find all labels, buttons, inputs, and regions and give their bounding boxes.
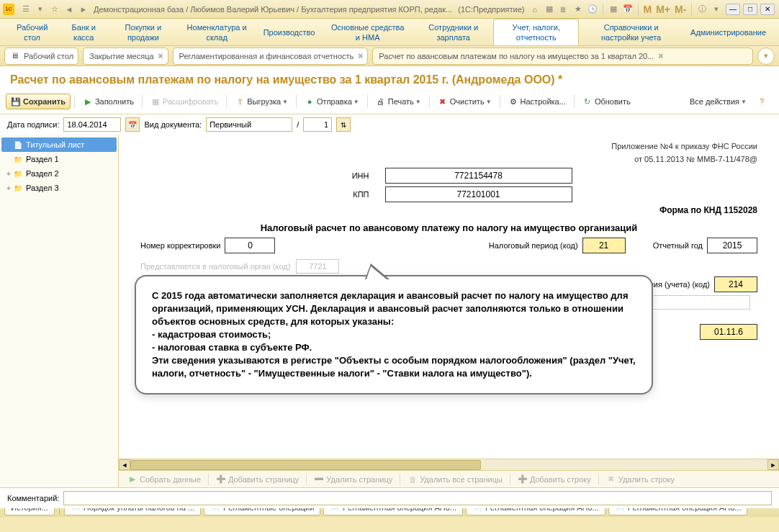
inn-field[interactable]: 7721154478 — [385, 168, 572, 184]
del-all-pages-button: 🗑Удалить все страницы — [403, 474, 507, 484]
scroll-right-icon[interactable]: ► — [767, 459, 779, 470]
tab-close-icon[interactable]: × — [158, 51, 163, 61]
page-toolbar: ▶Собрать данные ➕Добавить страницу ➖Удал… — [119, 470, 779, 487]
page-stepper[interactable]: ⇅ — [336, 117, 351, 132]
scroll-left-icon[interactable]: ◄ — [119, 459, 130, 470]
year-field[interactable]: 2015 — [707, 238, 757, 253]
save-button[interactable]: 💾Сохранить — [6, 94, 71, 109]
corr-field[interactable]: 0 — [225, 238, 275, 253]
home-icon[interactable]: ⌂ — [528, 3, 541, 16]
add-row-icon: ➕ — [518, 474, 528, 484]
doc-icon[interactable]: 🗎 — [557, 3, 570, 16]
period-label: Налоговый период (код) — [489, 241, 578, 250]
decrypt-button: ▦Расшифровать — [146, 94, 222, 109]
send-button[interactable]: ●Отправка▼ — [300, 94, 364, 109]
tree-section-3[interactable]: +📁Раздел 3 — [1, 181, 117, 195]
nav-fwd-icon[interactable]: ► — [77, 3, 90, 16]
tab-desktop[interactable]: 🖥 Рабочий стол — [4, 48, 78, 65]
list-icon[interactable]: ▦ — [543, 3, 556, 16]
kpp-label: КПП — [326, 190, 369, 199]
document-area: Расчет по авансовым платежам по налогу н… — [0, 66, 779, 497]
info-callout: С 2015 года автоматически заполняется де… — [135, 275, 653, 395]
clear-button[interactable]: ✖Очистить▼ — [433, 94, 496, 109]
settings-button[interactable]: ⚙Настройка... — [504, 94, 570, 109]
appendix-line1: Приложение №4 к приказу ФНС России — [126, 139, 772, 152]
menu-admin[interactable]: Администрирование — [683, 19, 773, 45]
okved-field[interactable]: 01.11.6 — [700, 324, 757, 340]
slash-separator: / — [297, 120, 299, 129]
tree-section-1[interactable]: 📁Раздел 1 — [1, 152, 117, 166]
help-button[interactable]: ? — [752, 94, 773, 109]
main-menu: Рабочий стол Банк и касса Покупки и прод… — [0, 19, 779, 46]
comment-input[interactable] — [63, 491, 772, 505]
folder-icon: 📁 — [13, 154, 23, 164]
appendix-line2: от 05.11.2013 № ММВ-7-11/478@ — [126, 152, 772, 165]
tab-label: Рабочий стол — [24, 52, 73, 60]
kpp-field[interactable]: 772101001 — [385, 186, 572, 202]
tab-advance-calc[interactable]: Расчет по авансовым платежам по налогу н… — [372, 48, 753, 65]
star-open-icon[interactable]: ☆ — [48, 3, 61, 16]
tab-label: Расчет по авансовым платежам по налогу н… — [379, 52, 654, 60]
mem-m[interactable]: M — [644, 4, 652, 15]
menu-prod[interactable]: Производство — [256, 19, 323, 45]
menu-hr[interactable]: Сотрудники и зарплата — [413, 19, 493, 45]
place-field[interactable]: 214 — [714, 276, 757, 292]
tree-title-page[interactable]: 📄Титульный лист — [1, 137, 117, 152]
calc-icon[interactable]: ▦ — [607, 3, 620, 16]
calendar-button[interactable]: 📅 — [125, 117, 140, 132]
sign-date-input[interactable] — [63, 117, 121, 132]
win-minimize[interactable]: — — [726, 4, 740, 15]
upload-button[interactable]: ⇪Выгрузка▼ — [230, 94, 292, 109]
splitter: 📄Титульный лист 📁Раздел 1 +📁Раздел 2 +📁Р… — [0, 135, 779, 487]
comment-label: Комментарий: — [7, 494, 59, 502]
menu-bank[interactable]: Банк и касса — [58, 19, 109, 45]
form-hscroll[interactable]: ◄ ► — [119, 459, 779, 470]
win-maximize[interactable]: □ — [743, 4, 757, 15]
all-actions-button[interactable]: Все действия▼ — [685, 94, 751, 109]
mem-mminus[interactable]: M- — [675, 4, 686, 15]
refresh-button[interactable]: ↻Обновить — [578, 94, 635, 109]
add-row-button: ➕Добавить строку — [513, 474, 595, 484]
knd-code: Форма по КНД 1152028 — [140, 205, 757, 215]
fill-button[interactable]: ▶Заполнить — [78, 94, 138, 109]
win-close[interactable]: ✕ — [760, 4, 775, 15]
tab-reporting[interactable]: Регламентированная и финансовая отчетнос… — [173, 48, 369, 65]
menu-refs[interactable]: Справочники и настройки учета — [579, 19, 683, 45]
period-field[interactable]: 21 — [582, 238, 626, 253]
platform-label: (1С:Предприятие) — [458, 5, 524, 14]
tab-close-icon[interactable]: × — [658, 51, 663, 61]
play-icon: ▶ — [83, 96, 93, 107]
doc-kind-input[interactable] — [206, 117, 292, 132]
clear-icon: ✖ — [438, 96, 448, 107]
menu-assets[interactable]: Основные средства и НМА — [322, 19, 413, 45]
menu-stock[interactable]: Номенклатура и склад — [178, 19, 256, 45]
print-icon: 🖨 — [376, 96, 386, 107]
menu-trade[interactable]: Покупки и продажи — [109, 19, 177, 45]
info-icon[interactable]: ⓘ — [695, 3, 708, 16]
tab-help-button[interactable]: ▾ — [757, 48, 775, 65]
titlebar: 1С ☰ ▾ ☆ ◄ ► Демонстрационная база / Люб… — [0, 0, 779, 19]
doc-kind-label: Вид документа: — [144, 120, 202, 129]
refresh-icon: ↻ — [582, 96, 593, 107]
print-button[interactable]: 🖨Печать▼ — [372, 94, 425, 109]
section-tree: 📄Титульный лист 📁Раздел 1 +📁Раздел 2 +📁Р… — [0, 135, 119, 487]
history-icon[interactable]: 🕓 — [586, 3, 599, 16]
menu-desktop[interactable]: Рабочий стол — [6, 19, 58, 45]
send-icon: ● — [305, 96, 315, 107]
menu-tax[interactable]: Учет, налоги, отчетность — [493, 19, 579, 45]
calendar-icon[interactable]: 📅 — [621, 3, 634, 16]
callout-text: С 2015 года автоматически заполняется де… — [152, 289, 636, 380]
dropdown-icon[interactable]: ▾ — [34, 3, 47, 16]
nav-back-icon[interactable]: ◄ — [63, 3, 76, 16]
tabs-row: 🖥 Рабочий стол Закрытие месяца × Регламе… — [0, 46, 779, 66]
tab-month-close[interactable]: Закрытие месяца × — [83, 48, 168, 65]
page-num-input[interactable] — [303, 117, 332, 132]
del-page-button: ➖Удалить страницу — [310, 474, 397, 484]
fav-icon[interactable]: ★ — [572, 3, 585, 16]
mem-mplus[interactable]: M+ — [656, 4, 670, 15]
tree-section-2[interactable]: +📁Раздел 2 — [1, 166, 117, 181]
info-dd-icon[interactable]: ▾ — [710, 3, 723, 16]
signature-row: Дата подписи: 📅 Вид документа: / ⇅ — [0, 114, 779, 135]
tab-close-icon[interactable]: × — [358, 51, 363, 61]
menu-icon[interactable]: ☰ — [19, 3, 32, 16]
